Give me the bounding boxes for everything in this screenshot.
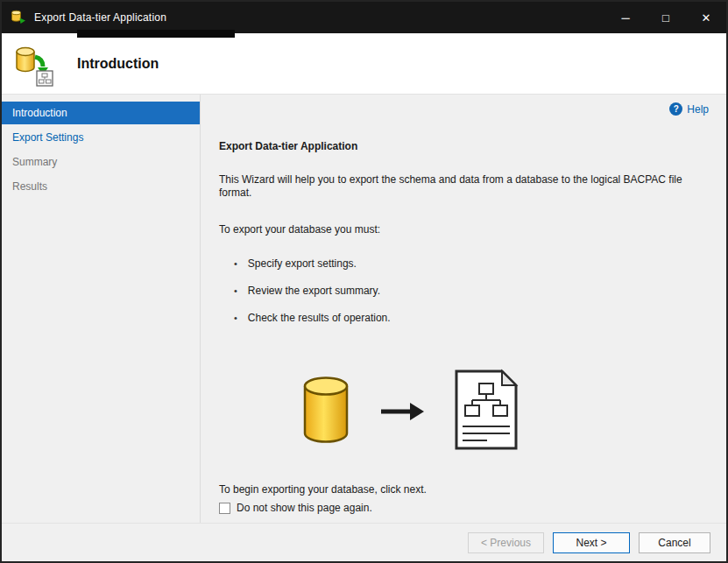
page-title: Introduction <box>77 56 159 72</box>
export-illustration <box>302 369 709 454</box>
bacpac-document-icon <box>454 369 519 454</box>
list-item-text: Specify export settings. <box>248 250 357 278</box>
begin-export-text: To begin exporting your database, click … <box>219 483 709 496</box>
requirements-list: • Specify export settings. • Review the … <box>219 250 709 332</box>
content-heading: Export Data-tier Application <box>219 140 709 152</box>
sidebar-item-summary: Summary <box>2 151 200 173</box>
bullet-icon: • <box>234 305 237 332</box>
do-not-show-again-option[interactable]: Do not show this page again. <box>219 502 709 514</box>
database-cylinder-icon <box>302 376 350 447</box>
list-item-text: Check the results of operation. <box>248 305 391 332</box>
maximize-button[interactable]: □ <box>646 2 686 33</box>
next-button[interactable]: Next > <box>553 532 630 553</box>
intro-text: This Wizard will help you to export the … <box>219 173 705 200</box>
sidebar-item-results: Results <box>2 175 200 198</box>
minimize-button[interactable]: ─ <box>605 2 646 33</box>
wizard-body: Introduction Export Settings Summary Res… <box>2 95 726 523</box>
wizard-content: ? Help Export Data-tier Application This… <box>201 95 726 523</box>
wizard-footer: < Previous Next > Cancel <box>2 523 726 561</box>
help-circle-icon: ? <box>669 102 682 116</box>
database-export-icon <box>11 10 26 25</box>
list-item: • Specify export settings. <box>219 250 709 278</box>
database-export-document-icon <box>13 45 55 87</box>
list-item: • Review the export summary. <box>219 278 709 305</box>
sidebar-item-introduction[interactable]: Introduction <box>2 102 200 124</box>
cancel-button[interactable]: Cancel <box>639 532 710 553</box>
bullet-icon: • <box>234 278 237 305</box>
do-not-show-again-checkbox[interactable] <box>219 503 230 514</box>
close-button[interactable]: ✕ <box>686 2 726 33</box>
wizard-steps-sidebar: Introduction Export Settings Summary Res… <box>2 95 201 523</box>
sidebar-item-export-settings[interactable]: Export Settings <box>2 126 200 149</box>
titlebar: Export Data-tier Application ─ □ ✕ <box>2 2 726 33</box>
right-arrow-icon <box>381 402 425 421</box>
list-item-text: Review the export summary. <box>248 278 380 305</box>
export-wizard-window: Export Data-tier Application ─ □ ✕ <box>0 0 728 563</box>
requirements-label: To export your database you must: <box>219 223 709 236</box>
previous-button: < Previous <box>468 532 544 553</box>
window-title: Export Data-tier Application <box>34 11 166 24</box>
window-controls: ─ □ ✕ <box>605 2 726 33</box>
bullet-icon: • <box>234 250 237 278</box>
wizard-header: Introduction <box>2 33 726 95</box>
help-link[interactable]: ? Help <box>669 102 709 116</box>
titlebar-shadow-strip <box>77 30 235 38</box>
checkbox-label: Do not show this page again. <box>237 502 372 514</box>
help-label: Help <box>687 103 709 116</box>
list-item: • Check the results of operation. <box>219 305 709 332</box>
